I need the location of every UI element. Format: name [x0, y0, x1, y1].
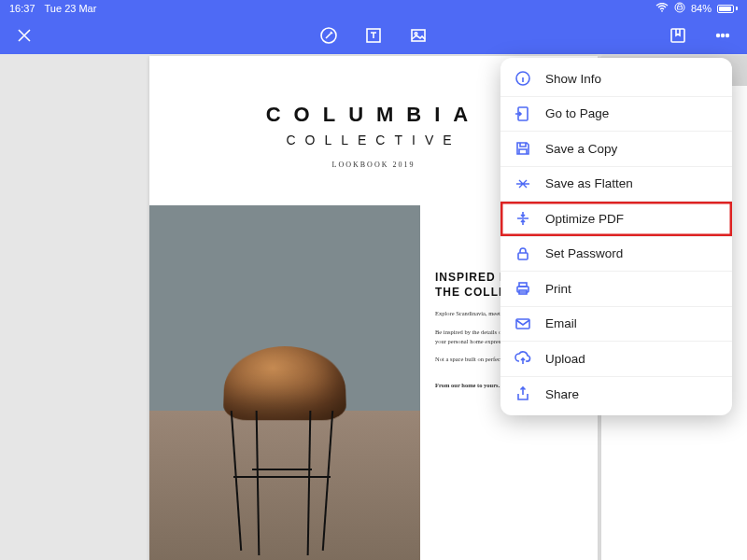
optimize-icon — [514, 209, 532, 228]
svg-rect-14 — [519, 283, 527, 287]
save-icon — [514, 139, 532, 158]
menu-label: Optimize PDF — [545, 212, 624, 226]
info-icon — [514, 69, 532, 88]
svg-point-5 — [415, 33, 417, 35]
menu-label: Share — [545, 387, 579, 401]
battery-pct: 84% — [691, 3, 712, 14]
flatten-icon — [514, 175, 532, 193]
toolbar — [0, 17, 747, 54]
menu-optimize-pdf[interactable]: Optimize PDF — [500, 202, 732, 237]
more-menu-popover: Show Info Go to Page Save a Copy Save as… — [500, 58, 732, 415]
menu-label: Email — [545, 316, 577, 330]
menu-label: Show Info — [545, 72, 601, 86]
menu-save-copy[interactable]: Save a Copy — [500, 132, 732, 167]
menu-email[interactable]: Email — [500, 307, 732, 343]
lock-icon — [514, 245, 532, 263]
svg-point-8 — [722, 35, 725, 37]
menu-print[interactable]: Print — [500, 272, 732, 307]
menu-label: Go to Page — [545, 106, 609, 120]
more-icon[interactable] — [713, 26, 732, 45]
menu-show-info[interactable]: Show Info — [500, 62, 732, 97]
status-time: 16:37 — [9, 3, 35, 14]
menu-save-flatten[interactable]: Save as Flatten — [500, 167, 732, 203]
goto-page-icon — [514, 105, 532, 123]
menu-label: Save as Flatten — [545, 176, 633, 190]
menu-go-to-page[interactable]: Go to Page — [500, 97, 732, 133]
doc-photo — [149, 205, 420, 560]
menu-label: Save a Copy — [545, 142, 617, 156]
status-date: Tue 23 Mar — [45, 3, 97, 14]
share-icon — [514, 385, 532, 403]
wifi-icon — [655, 3, 669, 14]
svg-rect-4 — [412, 30, 425, 41]
svg-rect-16 — [516, 319, 529, 329]
svg-point-9 — [726, 35, 729, 37]
text-tool-icon[interactable] — [364, 26, 383, 45]
svg-rect-12 — [518, 253, 528, 259]
menu-label: Print — [545, 282, 571, 296]
menu-label: Upload — [545, 352, 585, 366]
image-tool-icon[interactable] — [409, 26, 428, 45]
annotate-icon[interactable] — [319, 26, 338, 45]
svg-point-0 — [661, 10, 663, 12]
orientation-lock-icon — [674, 2, 685, 15]
upload-icon — [514, 349, 532, 368]
battery-icon — [717, 5, 738, 13]
svg-rect-6 — [671, 29, 684, 42]
menu-upload[interactable]: Upload — [500, 342, 732, 377]
status-bar: 16:37 Tue 23 Mar 84% — [0, 0, 747, 17]
svg-point-7 — [717, 35, 720, 37]
menu-label: Set Password — [545, 246, 623, 260]
email-icon — [514, 315, 532, 333]
bookmark-icon[interactable] — [669, 26, 687, 45]
print-icon — [514, 279, 532, 298]
menu-share[interactable]: Share — [500, 377, 732, 413]
menu-set-password[interactable]: Set Password — [500, 237, 732, 273]
close-icon[interactable] — [15, 26, 34, 45]
